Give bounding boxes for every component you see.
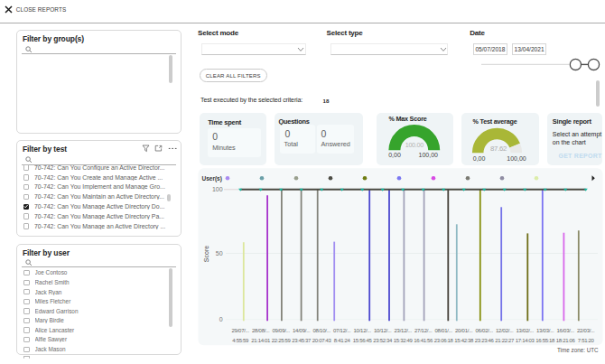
svg-text:23:23:46: 23:23:46 [475, 338, 495, 343]
svg-text:17:14:03: 17:14:03 [516, 338, 535, 343]
svg-text:07/12/...: 07/12/... [333, 328, 351, 333]
svg-text:100,00: 100,00 [419, 152, 439, 158]
svg-text:28/08/...: 28/08/... [252, 328, 270, 333]
svg-text:29/07/...: 29/07/... [231, 328, 249, 333]
svg-text:16/03/...: 16/03/... [556, 328, 574, 333]
svg-text:15:42:38: 15:42:38 [454, 338, 474, 343]
svg-text:22:25:59: 22:25:59 [272, 338, 292, 343]
svg-text:12/02/...: 12/02/... [496, 328, 514, 333]
svg-text:Score: Score [203, 246, 209, 262]
svg-text:18:21:06: 18:21:06 [556, 338, 576, 343]
svg-text:27/12/...: 27/12/... [414, 328, 433, 333]
svg-text:% Test average: % Test average [472, 117, 517, 126]
svg-text:4:55:59: 4:55:59 [232, 338, 249, 343]
svg-text:100,00: 100,00 [507, 155, 526, 162]
svg-text:100: 100 [212, 186, 223, 192]
svg-text:23/12/...: 23/12/... [394, 328, 412, 333]
svg-text:16:55:18: 16:55:18 [535, 338, 555, 343]
svg-text:% Max Score: % Max Score [388, 115, 426, 123]
svg-text:06/02/...: 06/02/... [475, 328, 493, 333]
svg-text:100.00: 100.00 [405, 141, 424, 149]
svg-text:8:41:24: 8:41:24 [334, 338, 351, 343]
svg-text:21:14:01: 21:14:01 [251, 338, 271, 343]
svg-text:7:51:20: 7:51:20 [578, 338, 595, 343]
svg-text:10/12/...: 10/12/... [353, 328, 371, 333]
svg-text:20/01/...: 20/01/... [455, 328, 473, 333]
svg-text:20:07:43: 20:07:43 [312, 338, 332, 343]
svg-text:User(s): User(s) [202, 175, 222, 182]
svg-text:0,00: 0,00 [473, 155, 486, 162]
svg-text:10/12/...: 10/12/... [374, 328, 392, 333]
svg-text:23:52:34: 23:52:34 [373, 338, 393, 343]
svg-text:15:56:45: 15:56:45 [353, 338, 373, 343]
svg-text:08/01/...: 08/01/... [434, 328, 452, 333]
svg-text:16:41:56: 16:41:56 [414, 338, 433, 343]
svg-text:23:06:18: 23:06:18 [434, 338, 454, 343]
svg-text:23:45:37: 23:45:37 [292, 338, 312, 343]
svg-text:50: 50 [216, 250, 223, 257]
svg-text:0,00: 0,00 [388, 152, 401, 158]
svg-text:21:22:27: 21:22:27 [495, 338, 515, 343]
svg-text:09/09/...: 09/09/... [272, 328, 290, 333]
svg-text:22/03/...: 22/03/... [577, 328, 595, 333]
svg-text:13/02/...: 13/02/... [516, 328, 534, 333]
svg-text:14/09/...: 14/09/... [293, 328, 311, 333]
svg-text:08/10/...: 08/10/... [312, 328, 330, 333]
svg-text:87.62: 87.62 [490, 145, 507, 153]
svg-text:15:32:49: 15:32:49 [394, 338, 414, 343]
svg-text:0: 0 [219, 316, 223, 322]
svg-text:13/03/...: 13/03/... [536, 328, 554, 333]
